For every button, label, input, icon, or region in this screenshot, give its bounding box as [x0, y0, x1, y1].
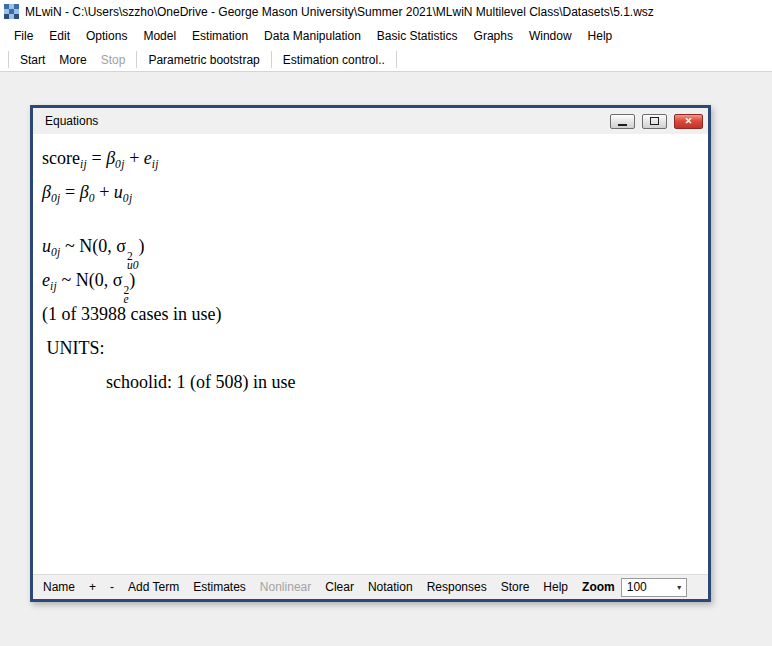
menu-item-graphs[interactable]: Graphs	[466, 25, 521, 47]
menu-item-estimation[interactable]: Estimation	[184, 25, 256, 47]
main-toolbar: Start More Stop Parametric bootstrap Est…	[0, 48, 772, 72]
eq-toolbar-button-minus[interactable]: -	[103, 580, 121, 594]
restore-icon	[650, 117, 659, 125]
equations-window-title: Equations	[45, 114, 603, 128]
menu-item-help[interactable]: Help	[580, 25, 621, 47]
chevron-down-icon[interactable]: ▼	[673, 579, 686, 596]
close-icon: ✕	[685, 117, 693, 126]
equation-line: schoolid: 1 (of 508) in use	[42, 365, 704, 399]
zoom-combobox[interactable]: 100 ▼	[621, 578, 687, 597]
window-title: MLwiN - C:\Users\szzho\OneDrive - George…	[25, 5, 654, 19]
toolbar-button-stop: Stop	[94, 50, 133, 70]
eq-toolbar-button-store[interactable]: Store	[494, 580, 537, 594]
toolbar-separator	[396, 51, 397, 68]
eq-toolbar-button-clear[interactable]: Clear	[318, 580, 361, 594]
menu-item-model[interactable]: Model	[135, 25, 184, 47]
equation-line: eij ~ N(0, σ2e)	[42, 263, 704, 297]
toolbar-button-start[interactable]: Start	[13, 50, 52, 70]
menu-item-window[interactable]: Window	[521, 25, 580, 47]
eq-toolbar-button-name[interactable]: Name	[36, 580, 82, 594]
eq-toolbar-button-estimates[interactable]: Estimates	[186, 580, 253, 594]
equation-line	[42, 209, 704, 229]
menu-item-options[interactable]: Options	[78, 25, 135, 47]
minimize-button[interactable]	[610, 114, 635, 129]
title-bar: MLwiN - C:\Users\szzho\OneDrive - George…	[0, 0, 772, 23]
equation-line: u0j ~ N(0, σ2u0)	[42, 229, 704, 263]
equations-title-bar[interactable]: Equations ✕	[33, 108, 708, 134]
equation-line: (1 of 33988 cases in use)	[42, 297, 704, 331]
menu-item-file[interactable]: File	[6, 25, 41, 47]
toolbar-button-parametric-bootstrap[interactable]: Parametric bootstrap	[141, 50, 266, 70]
mlwin-window: MLwiN - C:\Users\szzho\OneDrive - George…	[0, 0, 772, 646]
menu-item-basic-statistics[interactable]: Basic Statistics	[369, 25, 466, 47]
eq-toolbar-button-responses[interactable]: Responses	[420, 580, 494, 594]
equations-content: scoreij = β0j + eijβ0j = β0 + u0ju0j ~ N…	[33, 134, 708, 574]
zoom-value: 100	[622, 580, 673, 594]
equation-line: β0j = β0 + u0j	[42, 175, 704, 209]
equation-line: scoreij = β0j + eij	[42, 141, 704, 175]
toolbar-button-estimation-control[interactable]: Estimation control..	[276, 50, 392, 70]
app-icon	[4, 4, 19, 19]
equation-line: UNITS:	[42, 331, 704, 365]
menu-item-edit[interactable]: Edit	[41, 25, 78, 47]
menu-bar: File Edit Options Model Estimation Data …	[0, 23, 772, 48]
toolbar-button-more[interactable]: More	[52, 50, 93, 70]
eq-toolbar-button-notation[interactable]: Notation	[361, 580, 420, 594]
close-button[interactable]: ✕	[674, 114, 703, 129]
restore-button[interactable]	[642, 114, 667, 129]
eq-toolbar-button-add-term[interactable]: Add Term	[121, 580, 186, 594]
eq-toolbar-button-help[interactable]: Help	[536, 580, 575, 594]
eq-toolbar-button-nonlinear: Nonlinear	[253, 580, 318, 594]
minimize-icon	[618, 124, 627, 126]
menu-item-data-manipulation[interactable]: Data Manipulation	[256, 25, 369, 47]
zoom-label: Zoom	[575, 580, 619, 594]
toolbar-gripper	[8, 51, 9, 68]
toolbar-separator	[136, 51, 137, 68]
eq-toolbar-button-plus[interactable]: +	[82, 580, 103, 594]
mdi-client-area: Equations ✕ scoreij = β0j + eijβ0j = β0 …	[0, 72, 772, 646]
toolbar-separator	[271, 51, 272, 68]
equations-toolbar: Name + - Add Term Estimates Nonlinear Cl…	[33, 574, 708, 599]
equations-window: Equations ✕ scoreij = β0j + eijβ0j = β0 …	[30, 105, 711, 602]
